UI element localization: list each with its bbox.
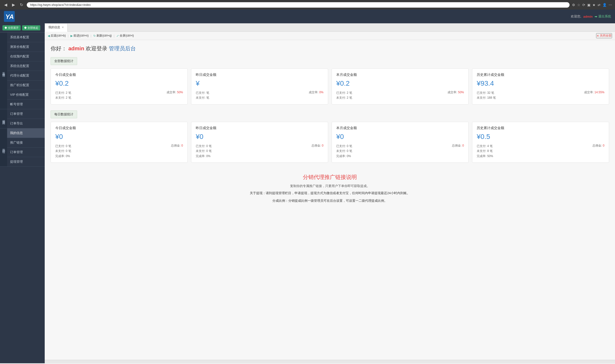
all-stat-left-0: 已支付: 2 笔 未支付: 2 笔 [55, 90, 71, 100]
daily-stat-details-1: 已支付: 0 笔 未支付: 0 笔 完成率: 0 [196, 144, 323, 159]
close-icon: ✕ [597, 34, 599, 38]
all-data-section-header: 全部数据统计 [51, 57, 77, 65]
star-icon[interactable]: ★ [592, 3, 596, 7]
all-stat-card-2: 本月成交金额 ¥0.2 已支付: 2 笔 未支付: [332, 68, 469, 105]
tabs-icon[interactable]: ▣ [587, 3, 590, 7]
daily-stat-card-1: 昨日成交金额 ¥0 已支付: 0 笔 未支付: [191, 122, 328, 163]
back-btn[interactable]: ◀ 后退(ctrl+b) [48, 34, 66, 38]
all-stat-unpaid-0: 未支付: 2 笔 [55, 95, 71, 100]
daily-stat-paid-3: 已支付: 4 笔 [477, 144, 493, 148]
sidebar-item-order-export[interactable]: 订单导出 [7, 119, 45, 128]
back-icon: ◀ [48, 34, 50, 38]
svg-text:YA: YA [5, 13, 14, 20]
daily-stat-complete-3: 完成率: 50% [477, 154, 493, 159]
all-stat-paid-3: 已支付: 32 笔 [477, 90, 496, 95]
daily-stat-paid-1: 已支付: 0 笔 [196, 144, 212, 148]
all-stat-card-0: 今日成交金额 ¥0.2 已支付: 2 笔 未支付: [51, 68, 188, 105]
daily-stat-amount-0: ¥0 [55, 133, 183, 141]
sidebar-item-price-config[interactable]: 测算价格配置 [7, 42, 45, 52]
forward-nav-btn[interactable]: ▶ [11, 2, 16, 8]
bookmark-icon[interactable]: ☆ [577, 3, 580, 7]
tab-label-my-info: 我的信息 [48, 25, 60, 29]
sidebar-item-vip-config[interactable]: VIP 价格配置 [7, 90, 45, 100]
daily-stat-card-2: 本月成交金额 ¥0 已支付: 0 笔 未支付: [332, 122, 469, 163]
daily-stat-paid-2: 已支付: 0 笔 [336, 144, 352, 148]
welcome-suffix: 管理员后台 [109, 45, 136, 52]
daily-data-stats-grid: 今日成交金额 ¥0 已支付: 0 笔 未支付: [51, 122, 609, 163]
sidebar-item-booking-config[interactable]: 在线预约配置 [7, 52, 45, 61]
all-stat-amount-1: ¥ [196, 80, 323, 87]
promo-title: 分销代理推广链接说明 [51, 174, 609, 181]
daily-stat-left-1: 已支付: 0 笔 未支付: 0 笔 完成率: 0 [196, 144, 212, 159]
sidebar-group-items-paid: 订单管理 订单导出 [7, 109, 45, 128]
all-stat-details-2: 已支付: 2 笔 未支付: 2 笔 成交率: [336, 90, 464, 100]
sidebar-item-basic-config[interactable]: 系统基本配置 [7, 33, 45, 42]
sidebar-item-withdrawal[interactable]: 提现管理 [7, 157, 45, 166]
daily-stat-complete-1: 完成率: 0% [196, 154, 212, 159]
main-layout: ◆ 全部展开 ◆ 全部收起 算命频道 系统基本配置 测算价格配置 在线预约配置 … [0, 23, 615, 363]
profile-icon[interactable]: 👤 [602, 3, 607, 7]
collapse-all-btn[interactable]: ◆ 全部收起 [22, 25, 40, 30]
all-stat-rate-0: 成交率: 50% [167, 90, 183, 94]
menu-icon[interactable]: ⋯ [609, 3, 612, 7]
daily-stat-title-0: 今日成交金额 [55, 126, 183, 130]
sidebar-item-my-info[interactable]: 我的信息 [7, 128, 45, 138]
welcome-admin-name: admin [68, 45, 84, 52]
all-stat-title-3: 历史累计成交金额 [477, 73, 604, 77]
daily-stat-details-2: 已支付: 0 笔 未支付: 0 笔 完成率: 0 [336, 144, 464, 159]
refresh-btn[interactable]: ↻ 刷新(ctrl+q) [93, 34, 112, 38]
sidebar-item-points-config[interactable]: 推广积分配置 [7, 81, 45, 90]
sidebar-item-account-mgmt[interactable]: 帐号管理 [7, 100, 45, 109]
expand-all-btn[interactable]: ◆ 全部展开 [2, 25, 21, 30]
daily-stat-complete-0: 完成率: 0% [55, 154, 71, 159]
all-stat-paid-2: 已支付: 2 笔 [336, 90, 352, 95]
daily-stat-paid-0: 已支付: 0 笔 [55, 144, 71, 148]
daily-data-section-header: 每日数据统计 [51, 110, 77, 118]
logout-btn[interactable]: ➡ 退出系统 [595, 14, 611, 19]
refresh-icon[interactable]: ⟳ [582, 3, 585, 7]
all-stat-amount-2: ¥0.2 [336, 80, 464, 87]
daily-stat-left-0: 已支付: 0 笔 未支付: 0 笔 完成率: 0 [55, 144, 71, 159]
bottom-scrollbar[interactable] [45, 360, 615, 363]
daily-stat-unpaid-2: 未支付: 0 笔 [336, 148, 352, 153]
back-nav-btn[interactable]: ◀ [3, 2, 8, 8]
promo-desc: 复制你的专属推广链接，只要用户下单你即可获取提成。 [51, 184, 609, 188]
admin-name-header: admin [583, 15, 593, 18]
arrow-right-icon: ➡ [595, 15, 597, 18]
tab-close-my-info[interactable]: ✕ [62, 26, 64, 29]
url-bar[interactable] [27, 2, 570, 8]
daily-stat-title-3: 历史累计成交金额 [477, 126, 604, 130]
daily-stat-card-3: 历史累计成交金额 ¥0.5 已支付: 4 笔 未支付: [472, 122, 609, 163]
all-stat-card-1: 昨日成交金额 ¥ 已支付: 笔 未支付: [191, 68, 328, 105]
daily-data-section: 每日数据统计 今日成交金额 ¥0 已支付: 0 笔 [51, 110, 609, 163]
welcome-middle: 欢迎登录 [86, 45, 107, 52]
all-stat-rate-1: 成交率: 0% [309, 90, 323, 94]
all-data-section: 全部数据统计 今日成交金额 ¥0.2 已支付: 2 笔 [51, 57, 609, 105]
sidebar-item-promo-link[interactable]: 推广链接 [7, 138, 45, 148]
fullscreen-btn[interactable]: ⤢ 全屏(ctrl+i) [116, 34, 134, 38]
sidebar-item-promo-orders[interactable]: 订单管理 [7, 148, 45, 157]
all-stat-unpaid-2: 未支付: 2 笔 [336, 95, 352, 100]
refresh-icon: ↻ [93, 34, 96, 38]
sidebar-group-label-paid: 付费应用 [0, 109, 7, 128]
daily-stat-details-0: 已支付: 0 笔 未支付: 0 笔 完成率: 0 [55, 144, 183, 159]
app-logo: YA [4, 11, 15, 22]
all-stat-paid-1: 已支付: 笔 [196, 90, 209, 95]
daily-stat-unpaid-1: 未支付: 0 笔 [196, 148, 212, 153]
extensions-icon[interactable]: ⚙ [572, 3, 575, 7]
sidebar-item-info-config[interactable]: 系统信息配置 [7, 61, 45, 71]
forward-btn[interactable]: ▶ 前进(ctrl+n) [70, 34, 89, 38]
tab-my-info[interactable]: 我的信息 ✕ [45, 23, 68, 32]
daily-stat-unpaid-3: 未支付: 8 笔 [477, 148, 493, 153]
sidebar-item-agent-config[interactable]: 代理分成配置 [7, 71, 45, 81]
sync-icon[interactable]: ⇄ [598, 3, 601, 7]
browser-chrome: ◀ ▶ ↻ ⚙ ☆ ⟳ ▣ ★ ⇄ 👤 ⋯ [0, 0, 615, 10]
sidebar-item-order-mgmt[interactable]: 订单管理 [7, 109, 45, 119]
daily-stat-title-2: 本月成交金额 [336, 126, 464, 130]
close-all-btn[interactable]: ✕ 关闭全部 [596, 33, 612, 38]
all-stat-paid-0: 已支付: 2 笔 [55, 90, 71, 95]
all-stat-title-0: 今日成交金额 [55, 73, 183, 77]
app-header: YA 欢迎您, admin ➡ 退出系统 [0, 10, 615, 23]
daily-stat-card-0: 今日成交金额 ¥0 已支付: 0 笔 未支付: [51, 122, 188, 163]
refresh-nav-btn[interactable]: ↻ [19, 2, 24, 8]
